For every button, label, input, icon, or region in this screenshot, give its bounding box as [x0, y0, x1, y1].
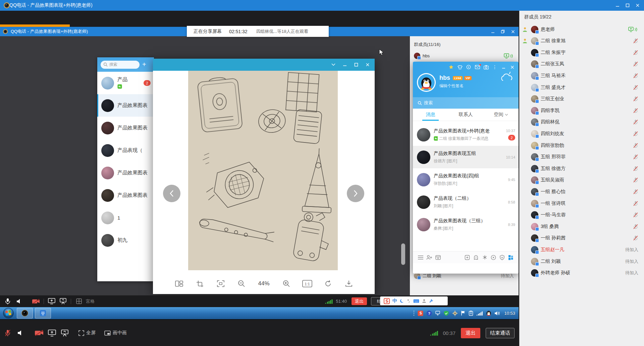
vip-badge[interactable]: VIP — [464, 76, 472, 80]
avatar[interactable] — [531, 165, 538, 172]
tab-qzone[interactable]: 空间 — [483, 109, 519, 121]
presenter-icon[interactable] — [58, 327, 71, 339]
member-row[interactable]: 一组-马生蓉 — [520, 209, 644, 221]
sogou-mode-chinese[interactable]: 中 — [392, 298, 397, 304]
avatar[interactable] — [531, 26, 538, 33]
member-row[interactable]: 五组赵一凡待加入 — [520, 244, 644, 255]
weather-icon[interactable] — [499, 72, 514, 85]
avatar[interactable] — [101, 99, 114, 112]
end-call-button[interactable]: 结束通话 — [486, 328, 515, 338]
next-image-button[interactable] — [347, 185, 364, 202]
avatar[interactable] — [531, 60, 538, 68]
qq-nickname[interactable]: hbs — [439, 74, 450, 81]
member-row[interactable]: 四组李凯 — [520, 105, 644, 116]
tab-messages[interactable]: 消息 — [413, 109, 448, 121]
minimize-button[interactable] — [612, 2, 623, 9]
avatar[interactable] — [531, 49, 538, 56]
qq-search-input[interactable]: 搜索 — [413, 97, 519, 109]
user-icon[interactable] — [422, 299, 426, 303]
taskbar-clock[interactable]: 10:53 — [504, 311, 515, 316]
moon-icon[interactable] — [400, 299, 405, 303]
star-icon[interactable] — [447, 64, 455, 70]
search-input[interactable]: 搜索 — [101, 61, 140, 69]
qzone-icon[interactable] — [464, 64, 473, 70]
fullscreen-button[interactable]: 全屏 — [78, 330, 96, 336]
chat-list-item[interactable]: 产品效果图表 — [97, 94, 154, 117]
camera-off-icon[interactable] — [33, 327, 46, 339]
member-row[interactable]: 三组王创业 — [520, 93, 644, 105]
close-button[interactable] — [508, 28, 518, 35]
member-row[interactable]: 二组张玉凤 — [520, 58, 644, 70]
avatar[interactable] — [531, 153, 538, 161]
minimize-button[interactable] — [488, 28, 498, 35]
member-row[interactable]: 扈老师 — [520, 23, 644, 35]
layout-grid-icon[interactable] — [171, 277, 187, 290]
member-row[interactable]: 五组 徐德方 — [520, 163, 644, 174]
presenter-icon[interactable] — [57, 297, 69, 306]
member-row[interactable]: 二组 徐童旭 — [520, 35, 644, 47]
avatar[interactable] — [101, 122, 114, 134]
member-row[interactable]: 一组 蔡心怡 — [520, 186, 644, 197]
avatar[interactable] — [531, 258, 538, 265]
download-icon[interactable] — [341, 277, 357, 290]
avatar[interactable] — [531, 118, 538, 126]
taskbar-app-qq-call[interactable] — [17, 308, 33, 319]
more-menu-icon[interactable]: ⋮ — [490, 64, 499, 70]
avatar[interactable] — [417, 195, 430, 209]
close-button[interactable] — [508, 64, 517, 70]
grid-view-label[interactable]: 宫格 — [86, 298, 95, 304]
chat-list-item[interactable]: 1 — [97, 207, 154, 229]
avatar[interactable] — [101, 77, 114, 90]
main-menu-icon[interactable] — [416, 253, 425, 262]
speaker-icon[interactable] — [13, 297, 25, 306]
zoom-in-icon[interactable] — [279, 277, 294, 290]
actual-size-button[interactable]: 1:1 — [300, 277, 315, 290]
chat-list-item[interactable]: 产品效果图表 — [97, 184, 154, 207]
zoom-level[interactable]: 44% — [255, 277, 273, 290]
avatar[interactable] — [101, 144, 114, 157]
app-grid-icon[interactable] — [506, 253, 515, 262]
folder-icon[interactable] — [434, 253, 442, 262]
screenshot-icon[interactable] — [192, 277, 208, 290]
sketch-image[interactable] — [188, 71, 338, 270]
flower-icon[interactable] — [480, 253, 489, 262]
screenshot-camera-icon[interactable] — [482, 64, 490, 70]
chat-list-item[interactable]: 初九 — [97, 229, 154, 251]
tab-contacts[interactable]: 联系人 — [448, 109, 483, 121]
avatar[interactable] — [531, 188, 538, 195]
taskbar-app-hotspot[interactable] — [35, 308, 51, 319]
member-row[interactable]: 二组 朱振宇 — [520, 47, 644, 58]
microphone-icon[interactable] — [2, 297, 13, 306]
sogou-logo-icon[interactable] — [384, 298, 390, 304]
member-row[interactable]: 一组 张诗琪 — [520, 197, 644, 209]
tray-clipboard-icon[interactable] — [469, 310, 473, 316]
inner-exit-button[interactable]: 退出 — [352, 297, 367, 305]
member-row[interactable]: 三组 马裕禾 — [520, 70, 644, 81]
tray-flag-icon[interactable] — [461, 310, 466, 316]
avatar[interactable] — [531, 95, 538, 103]
keyboard-icon[interactable] — [413, 299, 419, 303]
mail-icon[interactable] — [473, 64, 482, 70]
member-row[interactable]: 五组吴淑雨 — [520, 174, 644, 186]
avatar[interactable] — [531, 211, 538, 219]
ghost-icon[interactable] — [472, 253, 480, 262]
fit-screen-icon[interactable] — [213, 277, 228, 290]
avatar[interactable] — [531, 142, 538, 149]
member-row[interactable]: 三组 盛兆才 — [520, 81, 644, 93]
level-badge[interactable]: LV44 — [453, 76, 463, 80]
add-friend-icon[interactable] — [425, 253, 434, 262]
tray-qq-penguin-icon[interactable] — [486, 310, 491, 316]
message-list-item[interactable]: 产品效果图表现五组徐德方:[图片]10:14 — [413, 146, 519, 168]
member-row[interactable]: 3组 桑腾 — [520, 221, 644, 232]
close-button[interactable] — [362, 61, 373, 69]
avatar[interactable] — [531, 234, 538, 242]
avatar[interactable] — [417, 173, 430, 186]
avatar[interactable] — [531, 200, 538, 207]
message-list-item[interactable]: 产品效果图表现+外聘(扈老二组 徐童旭撤回了一条消息10:372 — [413, 123, 519, 146]
tray-settings-icon[interactable] — [452, 310, 458, 316]
avatar[interactable] — [101, 167, 114, 179]
avatar[interactable] — [417, 218, 430, 231]
avatar[interactable] — [531, 84, 538, 91]
share-screen-icon[interactable] — [46, 327, 58, 339]
member-row[interactable]: 二组 刘颖待加入 — [520, 255, 644, 267]
